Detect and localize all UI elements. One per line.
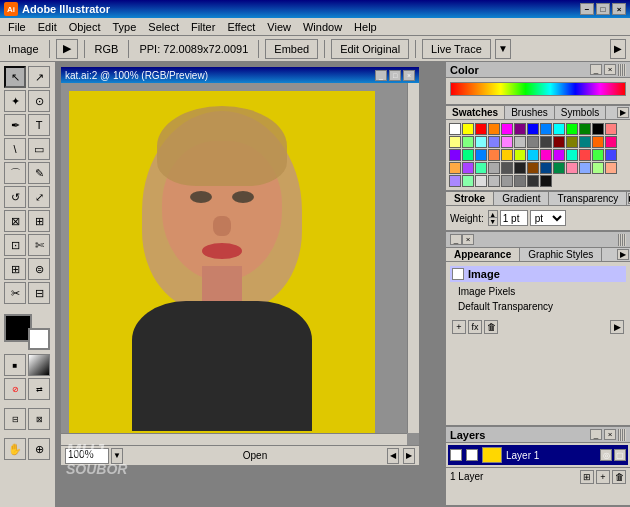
toolbar-play-btn[interactable]: ▶ (56, 39, 78, 59)
swatch-item[interactable] (540, 175, 552, 187)
tab-transparency[interactable]: Transparency (549, 192, 627, 205)
weight-down-btn[interactable]: ▼ (489, 218, 497, 225)
swatch-item[interactable] (553, 162, 565, 174)
weight-up-btn[interactable]: ▲ (489, 211, 497, 218)
swatch-item[interactable] (553, 149, 565, 161)
screen-mode-normal-btn[interactable]: ⊟ (4, 408, 26, 430)
swatch-item[interactable] (527, 162, 539, 174)
menu-object[interactable]: Object (63, 18, 107, 36)
paintbrush-tool-btn[interactable]: ⌒ (4, 162, 26, 184)
appearance-panel-close[interactable]: × (462, 234, 474, 245)
swatch-item[interactable] (449, 123, 461, 135)
menu-filter[interactable]: Filter (185, 18, 221, 36)
toolbar-options-btn[interactable]: ▶ (610, 39, 626, 59)
menu-type[interactable]: Type (107, 18, 143, 36)
stroke-weight-input[interactable] (500, 210, 528, 226)
swatch-item[interactable] (514, 123, 526, 135)
minimize-btn[interactable]: − (580, 3, 594, 15)
swatch-item[interactable] (579, 162, 591, 174)
blend-tool-btn[interactable]: ⊜ (28, 258, 50, 280)
swatch-item[interactable] (540, 123, 552, 135)
swatch-item[interactable] (540, 149, 552, 161)
swatch-item[interactable] (462, 162, 474, 174)
artboard-tool-btn[interactable]: ⊟ (28, 282, 50, 304)
swatch-item[interactable] (475, 136, 487, 148)
swatch-item[interactable] (566, 136, 578, 148)
live-trace-btn[interactable]: Live Trace (422, 39, 491, 59)
stroke-weight-dropdown[interactable]: pt px mm (530, 210, 566, 226)
swatch-item[interactable] (605, 136, 617, 148)
color-gradient-bar[interactable] (450, 82, 626, 96)
swatch-item[interactable] (514, 149, 526, 161)
swatch-item[interactable] (605, 149, 617, 161)
swatch-item[interactable] (514, 175, 526, 187)
swatch-item[interactable] (579, 149, 591, 161)
swatch-item[interactable] (449, 162, 461, 174)
swatch-item[interactable] (501, 175, 513, 187)
appearance-options-btn[interactable]: ▶ (617, 249, 629, 260)
swatch-item[interactable] (449, 136, 461, 148)
tab-appearance[interactable]: Appearance (446, 248, 520, 261)
swatch-item[interactable] (566, 162, 578, 174)
magic-wand-tool-btn[interactable]: ✦ (4, 90, 26, 112)
swatch-item[interactable] (475, 149, 487, 161)
appearance-panel-minimize[interactable]: _ (450, 234, 462, 245)
layer-select-btn[interactable]: ▢ (614, 449, 626, 461)
zoom-tool-btn[interactable]: ⊕ (28, 438, 50, 460)
swatch-item[interactable] (514, 162, 526, 174)
screen-mode-full-btn[interactable]: ⊠ (28, 408, 50, 430)
swatch-item[interactable] (514, 136, 526, 148)
pen-tool-btn[interactable]: ✒ (4, 114, 26, 136)
swatch-item[interactable] (501, 162, 513, 174)
swatch-item[interactable] (475, 123, 487, 135)
swatch-item[interactable] (462, 136, 474, 148)
tab-gradient[interactable]: Gradient (494, 192, 549, 205)
swatch-item[interactable] (488, 136, 500, 148)
no-fill-btn[interactable]: ⊘ (4, 378, 26, 400)
edit-original-btn[interactable]: Edit Original (331, 39, 409, 59)
swatch-item[interactable] (553, 123, 565, 135)
appearance-options-menu-btn[interactable]: ▶ (610, 320, 624, 334)
tab-symbols[interactable]: Symbols (555, 106, 606, 119)
layer-lock-btn[interactable] (466, 449, 478, 461)
width-tool-btn[interactable]: ⊞ (28, 210, 50, 232)
color-btn[interactable]: ■ (4, 354, 26, 376)
scissors-tool-btn[interactable]: ✂ (4, 282, 26, 304)
swatch-item[interactable] (462, 175, 474, 187)
status-left-btn[interactable]: ◀ (387, 448, 399, 464)
menu-help[interactable]: Help (348, 18, 383, 36)
menu-edit[interactable]: Edit (32, 18, 63, 36)
swatch-item[interactable] (592, 136, 604, 148)
mesh-tool-btn[interactable]: ⊞ (4, 258, 26, 280)
tab-swatches[interactable]: Swatches (446, 106, 505, 119)
direct-selection-tool-btn[interactable]: ↗ (28, 66, 50, 88)
swatch-item[interactable] (579, 136, 591, 148)
type-tool-btn[interactable]: T (28, 114, 50, 136)
rectangle-tool-btn[interactable]: ▭ (28, 138, 50, 160)
swatch-item[interactable] (449, 175, 461, 187)
live-trace-dropdown-btn[interactable]: ▼ (495, 39, 511, 59)
tab-stroke[interactable]: Stroke (446, 192, 494, 205)
menu-file[interactable]: File (2, 18, 32, 36)
scale-tool-btn[interactable]: ⤢ (28, 186, 50, 208)
swatch-item[interactable] (449, 149, 461, 161)
swatch-item[interactable] (462, 123, 474, 135)
warp-tool-btn[interactable]: ⊠ (4, 210, 26, 232)
color-panel-minimize[interactable]: _ (590, 64, 602, 75)
swatch-item[interactable] (579, 123, 591, 135)
appearance-fx-btn[interactable]: fx (468, 320, 482, 334)
layer-target-btn[interactable]: ◎ (600, 449, 612, 461)
swatch-item[interactable] (592, 149, 604, 161)
menu-view[interactable]: View (261, 18, 297, 36)
swatch-item[interactable] (540, 136, 552, 148)
color-panel-close[interactable]: × (604, 64, 616, 75)
maximize-btn[interactable]: □ (596, 3, 610, 15)
swatch-item[interactable] (488, 175, 500, 187)
background-color[interactable] (28, 328, 50, 350)
line-tool-btn[interactable]: \ (4, 138, 26, 160)
swatch-item[interactable] (527, 123, 539, 135)
layers-panel-minimize[interactable]: _ (590, 429, 602, 440)
doc-min-btn[interactable]: _ (375, 70, 387, 81)
swatch-item[interactable] (605, 123, 617, 135)
swatch-item[interactable] (553, 136, 565, 148)
